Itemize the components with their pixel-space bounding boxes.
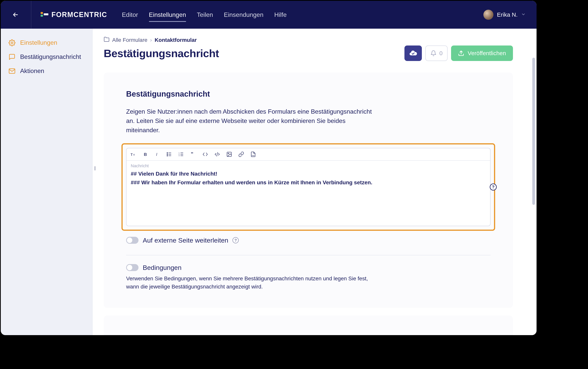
svg-text:PDF: PDF — [252, 155, 255, 156]
rich-text-editor: TT B I 123 " PDF — [126, 148, 490, 226]
arrow-left-icon — [12, 11, 19, 18]
divider — [31, 1, 31, 29]
editor-highlight-frame: TT B I 123 " PDF — [121, 143, 495, 231]
help-icon[interactable]: ? — [490, 184, 497, 191]
editor-placeholder-label: Nachricht — [131, 164, 486, 168]
sidebar-item-actions[interactable]: Aktionen — [1, 64, 92, 78]
cloud-check-icon — [409, 49, 417, 58]
divider — [126, 255, 490, 255]
gear-icon — [9, 39, 15, 46]
bell-icon — [430, 50, 437, 56]
quote-button[interactable]: " — [190, 151, 196, 158]
breadcrumb: Alle Formulare › Kontaktformular — [104, 36, 513, 43]
scrollbar-track — [532, 58, 535, 333]
user-name: Erika N. — [497, 11, 518, 18]
notification-count: 0 — [439, 50, 442, 57]
sidebar-item-label: Bestätigungsnachricht — [20, 53, 81, 61]
brand-mark-icon — [41, 11, 48, 19]
body: Einstellungen Bestätigungsnachricht Akti… — [1, 29, 537, 335]
publish-button[interactable]: Veröffentlichen — [451, 45, 513, 61]
editor-toolbar: TT B I 123 " PDF — [127, 148, 490, 161]
scrollbar-thumb[interactable] — [532, 58, 535, 205]
link-button[interactable] — [238, 151, 245, 158]
tab-editor[interactable]: Editor — [122, 10, 138, 20]
conditions-description: Verwenden Sie Bedingungen, wenn Sie mehr… — [126, 275, 370, 291]
bullet-list-button[interactable] — [166, 151, 173, 158]
tab-share[interactable]: Teilen — [197, 10, 213, 20]
brand-logo[interactable]: FORMCENTRIC — [41, 11, 107, 19]
header-actions: 0 Veröffentlichen — [404, 45, 513, 61]
header-row: Bestätigungsnachricht 0 Veröffentlichen — [104, 45, 513, 61]
svg-point-10 — [167, 155, 168, 156]
redirect-toggle[interactable] — [126, 237, 138, 244]
avatar — [483, 10, 493, 20]
nav-tabs: Editor Einstellungen Teilen Einsendungen… — [122, 10, 287, 20]
main-content: Alle Formulare › Kontaktformular Bestäti… — [92, 29, 537, 335]
page-title: Bestätigungsnachricht — [104, 47, 219, 60]
user-menu[interactable]: Erika N. — [483, 10, 526, 20]
code-block-button[interactable] — [214, 151, 220, 158]
conditions-toggle-label: Bedingungen — [143, 264, 181, 271]
back-button[interactable] — [9, 9, 22, 21]
confirmation-card: Bestätigungsnachricht Zeigen Sie Nutzer:… — [104, 72, 513, 308]
sidebar-item-label: Aktionen — [20, 67, 44, 74]
notifications-button[interactable]: 0 — [425, 45, 448, 61]
sidebar-item-label: Einstellungen — [20, 39, 57, 46]
svg-text:3: 3 — [178, 155, 179, 157]
conditions-toggle-row: Bedingungen — [126, 264, 490, 271]
upload-icon — [458, 50, 464, 56]
message-icon — [9, 53, 15, 61]
tab-help[interactable]: Hilfe — [274, 10, 287, 20]
pdf-button[interactable]: PDF — [250, 151, 256, 158]
editor-line-2: ### Wir haben Ihr Formular erhalten und … — [131, 178, 486, 187]
svg-point-6 — [167, 153, 168, 153]
svg-line-19 — [217, 152, 218, 156]
inline-code-button[interactable] — [202, 151, 208, 158]
app-window: FORMCENTRIC Editor Einstellungen Teilen … — [1, 1, 537, 335]
sidebar: Einstellungen Bestätigungsnachricht Akti… — [1, 29, 92, 335]
sidebar-item-confirmation[interactable]: Bestätigungsnachricht — [1, 50, 92, 64]
editor-textarea[interactable]: Nachricht ## Vielen Dank für Ihre Nachri… — [127, 161, 490, 226]
svg-point-21 — [228, 153, 229, 154]
numbered-list-button[interactable]: 123 — [178, 151, 185, 158]
conditions-toggle[interactable] — [126, 264, 138, 271]
help-icon[interactable]: ? — [233, 237, 239, 243]
svg-text:I: I — [156, 152, 157, 157]
svg-point-8 — [167, 154, 168, 155]
tab-submissions[interactable]: Einsendungen — [224, 10, 264, 20]
redirect-toggle-label: Auf externe Seite weiterleiten — [143, 236, 228, 244]
card-description: Zeigen Sie Nutzer:innen nach dem Abschic… — [126, 107, 375, 135]
text-size-button[interactable]: TT — [130, 151, 137, 158]
folder-icon — [104, 36, 109, 43]
italic-button[interactable]: I — [154, 151, 161, 158]
tab-settings[interactable]: Einstellungen — [149, 10, 186, 20]
chevron-down-icon — [521, 12, 526, 17]
redirect-toggle-row: Auf externe Seite weiterleiten ? — [126, 236, 490, 244]
svg-point-0 — [11, 42, 13, 43]
svg-text:T: T — [133, 154, 135, 156]
card-title: Bestätigungsnachricht — [126, 90, 490, 98]
mail-icon — [9, 68, 15, 74]
chevron-right-icon: › — [150, 37, 152, 43]
save-cloud-button[interactable] — [404, 45, 422, 61]
svg-text:": " — [191, 151, 193, 157]
editor-line-1: ## Vielen Dank für Ihre Nachricht! — [131, 170, 486, 178]
brand-text: FORMCENTRIC — [51, 11, 107, 19]
breadcrumb-current: Kontaktformular — [155, 37, 197, 43]
top-bar: FORMCENTRIC Editor Einstellungen Teilen … — [1, 1, 537, 29]
breadcrumb-link-all-forms[interactable]: Alle Formulare — [112, 37, 147, 43]
svg-text:T: T — [131, 153, 133, 157]
bold-button[interactable]: B — [142, 151, 148, 158]
sidebar-resize-handle[interactable]: || — [92, 164, 97, 172]
sidebar-item-settings[interactable]: Einstellungen — [1, 36, 92, 50]
next-card — [104, 316, 513, 335]
publish-label: Veröffentlichen — [468, 50, 506, 57]
image-button[interactable] — [226, 151, 233, 158]
svg-text:B: B — [144, 152, 147, 157]
